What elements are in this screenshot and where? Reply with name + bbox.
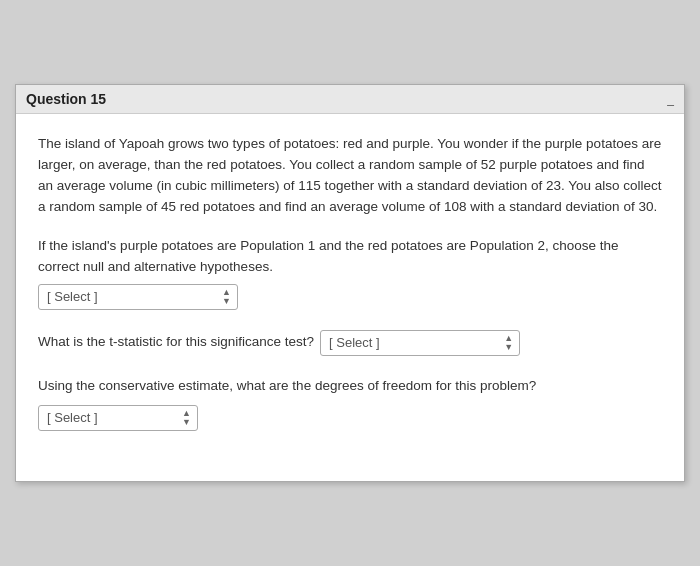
question1-select-wrapper[interactable]: [ Select ] ▲ ▼ [38, 284, 238, 310]
question1-row: If the island's purple potatoes are Popu… [38, 236, 662, 310]
question2-inline: What is the t-statistic for this signifi… [38, 330, 662, 356]
question1-arrows: ▲ ▼ [222, 288, 231, 306]
question1-select[interactable]: [ Select ] [47, 289, 216, 304]
arrow-down: ▼ [222, 297, 231, 306]
title-bar: Question 15 _ [16, 85, 684, 114]
question3-arrows: ▲ ▼ [182, 409, 191, 427]
arrow-down-2: ▼ [504, 343, 513, 352]
question2-arrows: ▲ ▼ [504, 334, 513, 352]
arrow-down-3: ▼ [182, 418, 191, 427]
question3-text: Using the conservative estimate, what ar… [38, 378, 536, 393]
question3-text-block: Using the conservative estimate, what ar… [38, 376, 662, 397]
question3-select-wrapper[interactable]: [ Select ] ▲ ▼ [38, 405, 198, 431]
question2-text: What is the t-statistic for this signifi… [38, 332, 314, 353]
question3-select[interactable]: [ Select ] [47, 410, 176, 425]
question2-select[interactable]: [ Select ] [329, 335, 498, 350]
minimize-button[interactable]: _ [667, 92, 674, 106]
question3-row: Using the conservative estimate, what ar… [38, 376, 662, 431]
question2-row: What is the t-statistic for this signifi… [38, 330, 662, 356]
intro-paragraph: The island of Yapoah grows two types of … [38, 134, 662, 218]
question1-text: If the island's purple potatoes are Popu… [38, 236, 662, 278]
window-title: Question 15 [26, 91, 106, 107]
question1-inline: If the island's purple potatoes are Popu… [38, 236, 662, 310]
content-area: The island of Yapoah grows two types of … [16, 114, 684, 480]
question-window: Question 15 _ The island of Yapoah grows… [15, 84, 685, 481]
question2-select-wrapper[interactable]: [ Select ] ▲ ▼ [320, 330, 520, 356]
intro-text: The island of Yapoah grows two types of … [38, 136, 662, 214]
